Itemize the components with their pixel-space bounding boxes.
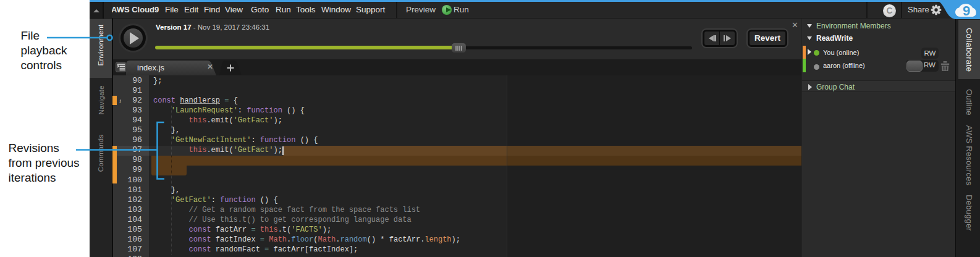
svg-text:9: 9 — [963, 3, 970, 19]
